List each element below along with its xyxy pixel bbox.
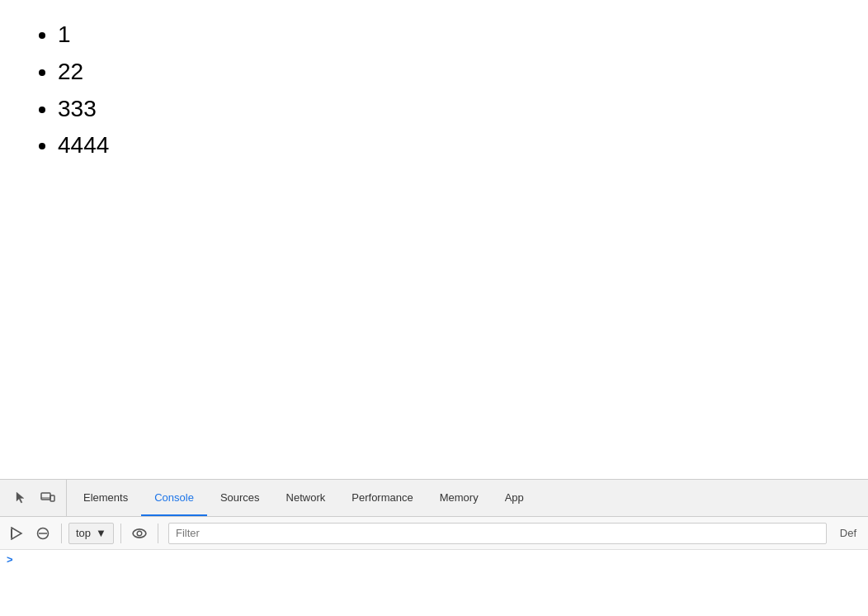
filter-input[interactable] [176,527,819,539]
list-item: 4444 [58,127,835,164]
context-value: top [76,527,91,539]
devtools-console-area[interactable]: > [0,550,868,616]
devtools-tab-bar: Elements Console Sources Network Perform… [0,480,868,517]
list-item: 22 [58,54,835,91]
tabs-list: Elements Console Sources Network Perform… [67,480,537,516]
tab-memory[interactable]: Memory [427,480,492,516]
list-item: 333 [58,91,835,128]
svg-marker-3 [12,528,21,539]
prompt-arrow: > [7,553,13,566]
devtools-left-icons [3,480,67,516]
toolbar-divider-2 [120,524,121,543]
tab-network[interactable]: Network [273,480,339,516]
svg-point-7 [133,528,146,537]
chevron-down-icon: ▼ [96,527,106,539]
play-icon [10,527,23,540]
list-item: 1 [58,17,835,54]
browser-content: 1 22 333 4444 [0,0,868,479]
live-expressions-button[interactable] [128,522,151,545]
eye-icon [132,526,147,541]
devtools-toolbar: top ▼ Def [0,517,868,550]
cursor-icon [14,490,29,505]
tab-performance[interactable]: Performance [338,480,426,516]
clear-console-button[interactable] [31,522,54,545]
svg-point-8 [137,531,142,536]
svg-rect-0 [41,493,50,500]
tab-console[interactable]: Console [141,480,207,516]
context-selector[interactable]: top ▼ [68,523,114,544]
tab-sources[interactable]: Sources [207,480,273,516]
tab-elements[interactable]: Elements [70,480,141,516]
device-icon [40,490,55,505]
no-entry-icon [36,527,50,540]
toolbar-divider-3 [158,524,158,543]
filter-input-container [168,523,827,544]
devtools-panel: Elements Console Sources Network Perform… [0,479,868,616]
toolbar-divider [61,524,62,543]
default-levels-button[interactable]: Def [833,527,863,539]
tab-application[interactable]: App [492,480,537,516]
console-prompt[interactable]: > [7,553,861,566]
svg-rect-1 [50,495,54,501]
content-list: 1 22 333 4444 [33,17,835,164]
inspect-element-button[interactable] [10,486,33,509]
run-script-button[interactable] [5,522,28,545]
device-toggle-button[interactable] [36,486,59,509]
